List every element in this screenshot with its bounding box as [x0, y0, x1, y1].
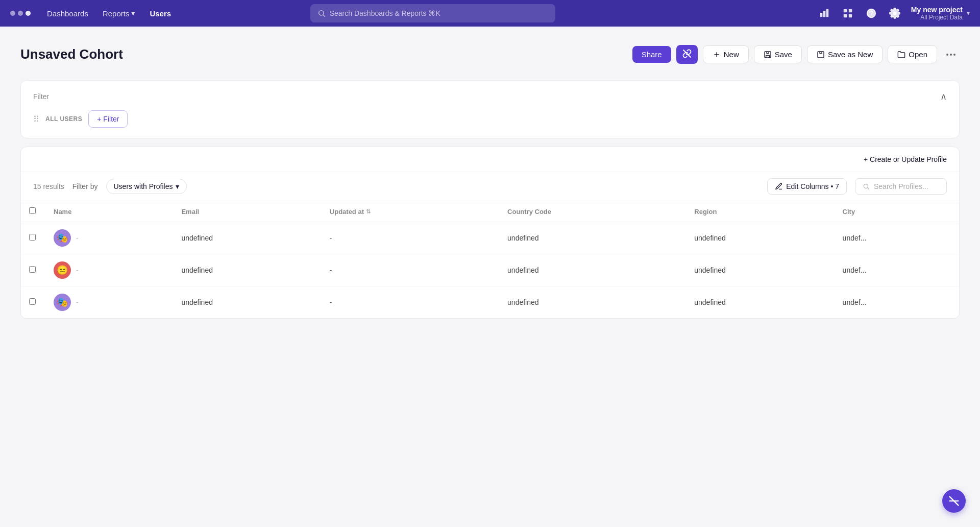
save-as-new-button[interactable]: Save as New	[807, 45, 883, 63]
select-all-checkbox[interactable]	[29, 207, 36, 214]
create-profile-button[interactable]: + Create or Update Profile	[864, 155, 947, 163]
svg-text:?: ?	[870, 10, 873, 17]
svg-rect-6	[849, 9, 852, 12]
row-country-cell-1: undefined	[499, 254, 686, 286]
row-name-0: -	[76, 234, 79, 242]
row-updated-at-cell-2: -	[322, 286, 499, 319]
row-name-cell: 😑 -	[45, 254, 173, 286]
open-icon	[897, 51, 905, 59]
user-avatar-1: 😑	[54, 261, 71, 279]
svg-rect-13	[765, 52, 771, 58]
nav-links: Dashboards Reports ▾ Users	[47, 9, 171, 18]
filter-by-label: Filter by	[72, 182, 98, 190]
row-name-cell: 🎭 -	[45, 286, 173, 319]
col-city: City	[835, 201, 959, 222]
nav-dots	[10, 11, 31, 16]
svg-rect-7	[844, 14, 847, 17]
svg-point-0	[318, 11, 323, 15]
project-sub: All Project Data	[911, 14, 963, 21]
sort-icon: ⇅	[366, 208, 371, 215]
row-updated-at-cell-1: -	[322, 254, 499, 286]
row-region-cell-2: undefined	[686, 286, 834, 319]
filter-dropdown-chevron-icon: ▾	[176, 182, 179, 190]
svg-rect-2	[820, 13, 823, 17]
open-button[interactable]: Open	[888, 45, 937, 63]
search-profiles-placeholder: Search Profiles...	[874, 182, 928, 190]
filter-label: Filter	[33, 92, 49, 101]
table-controls: 15 results Filter by Users with Profiles…	[21, 172, 959, 201]
nav-right-icons: ? My new project All Project Data ▾	[817, 6, 970, 21]
table-row: 😑 - undefined - undefined undefined unde…	[21, 254, 959, 286]
row-updated-at-cell-0: -	[322, 222, 499, 254]
all-users-row: ⠿ ALL USERS + Filter	[33, 110, 947, 128]
row-email-cell-0: undefined	[173, 222, 321, 254]
nav-dot-1	[10, 11, 15, 16]
share-button[interactable]: Share	[632, 46, 671, 63]
save-icon	[764, 51, 772, 59]
new-icon	[713, 51, 721, 59]
row-checkbox-cell[interactable]	[21, 254, 45, 286]
save-button[interactable]: Save	[754, 45, 802, 63]
table-section: + Create or Update Profile 15 results Fi…	[20, 147, 960, 319]
page-header: Unsaved Cohort Share New Save Save as Ne…	[20, 45, 960, 64]
search-profiles-icon	[863, 183, 870, 190]
edit-columns-button[interactable]: Edit Columns • 7	[767, 178, 847, 195]
all-users-label: ALL USERS	[45, 115, 82, 123]
row-name-2: -	[76, 298, 79, 306]
page-title: Unsaved Cohort	[20, 46, 123, 62]
filter-header: Filter ∧	[33, 91, 947, 102]
svg-rect-5	[844, 9, 847, 12]
search-profiles-input[interactable]: Search Profiles...	[855, 178, 947, 195]
nav-link-dashboards[interactable]: Dashboards	[47, 9, 88, 18]
row-city-cell-2: undef...	[835, 286, 959, 319]
nav-link-users[interactable]: Users	[150, 9, 171, 18]
select-all-header[interactable]	[21, 201, 45, 222]
svg-line-16	[868, 188, 869, 189]
filter-section: Filter ∧ ⠿ ALL USERS + Filter	[20, 80, 960, 138]
nav-link-reports[interactable]: Reports ▾	[103, 9, 136, 18]
help-icon[interactable]: ?	[864, 6, 878, 20]
row-city-cell-1: undef...	[835, 254, 959, 286]
apps-icon[interactable]	[841, 6, 855, 20]
col-email: Email	[173, 201, 321, 222]
row-region-cell-0: undefined	[686, 222, 834, 254]
row-checkbox-1[interactable]	[29, 266, 36, 273]
table-row: 🎭 - undefined - undefined undefined unde…	[21, 222, 959, 254]
row-email-cell-1: undefined	[173, 254, 321, 286]
page-actions: Share New Save Save as New Open	[632, 45, 960, 64]
edit-columns-icon	[775, 182, 783, 190]
project-selector[interactable]: My new project All Project Data ▾	[911, 6, 970, 21]
analytics-icon[interactable]	[817, 6, 831, 20]
main-content: Unsaved Cohort Share New Save Save as Ne…	[0, 27, 980, 337]
share-link-icon-button[interactable]	[676, 45, 698, 64]
new-button[interactable]: New	[703, 45, 749, 63]
row-checkbox-cell[interactable]	[21, 222, 45, 254]
settings-icon[interactable]	[888, 6, 902, 20]
svg-point-15	[864, 184, 868, 188]
user-avatar-0: 🎭	[54, 229, 71, 247]
row-country-cell-2: undefined	[499, 286, 686, 319]
row-checkbox-0[interactable]	[29, 234, 36, 241]
row-country-cell-0: undefined	[499, 222, 686, 254]
filter-collapse-button[interactable]: ∧	[940, 91, 947, 102]
user-avatar-2: 🎭	[54, 294, 71, 311]
row-name-1: -	[76, 266, 79, 274]
results-count: 15 results	[33, 182, 64, 190]
col-updated-at[interactable]: Updated at ⇅	[322, 201, 499, 222]
project-name: My new project	[911, 6, 963, 14]
more-options-button[interactable]	[942, 50, 960, 60]
table-toolbar: + Create or Update Profile	[21, 147, 959, 172]
col-country-code: Country Code	[499, 201, 686, 222]
table-row: 🎭 - undefined - undefined undefined unde…	[21, 286, 959, 319]
svg-rect-3	[823, 11, 826, 17]
filter-dropdown-button[interactable]: Users with Profiles ▾	[106, 179, 187, 194]
row-checkbox-cell[interactable]	[21, 286, 45, 319]
row-email-cell-2: undefined	[173, 286, 321, 319]
project-chevron-icon: ▾	[967, 10, 970, 17]
svg-line-1	[323, 15, 325, 17]
search-bar[interactable]: Search Dashboards & Reports ⌘K	[310, 4, 555, 22]
add-filter-button[interactable]: + Filter	[88, 110, 128, 128]
row-city-cell-0: undef...	[835, 222, 959, 254]
row-checkbox-2[interactable]	[29, 298, 36, 305]
drag-handle-icon[interactable]: ⠿	[33, 114, 39, 124]
